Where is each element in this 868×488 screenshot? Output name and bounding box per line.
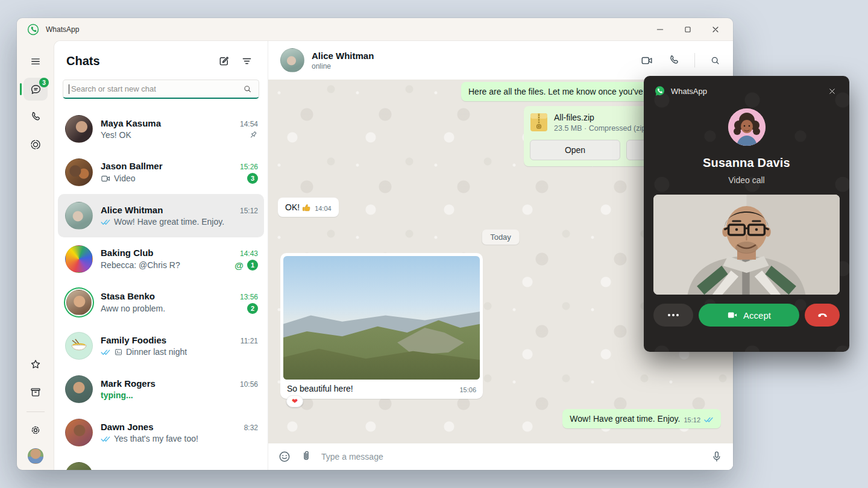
chat-list-item-mark[interactable]: Mark Rogers10:56 typing...	[58, 368, 264, 411]
message-incoming-ok[interactable]: OK! 14:04	[278, 198, 339, 217]
caller-video-preview	[653, 195, 840, 295]
zip-file-icon	[530, 112, 548, 133]
sidebar-item-starred[interactable]	[17, 351, 54, 378]
message-input[interactable]	[321, 452, 702, 461]
chats-unread-badge: 3	[39, 78, 49, 87]
voice-call-button[interactable]	[668, 54, 680, 66]
maximize-icon	[683, 25, 693, 34]
chat-preview: Yes that's my fave too!	[114, 434, 198, 443]
star-icon	[30, 358, 42, 371]
search-input[interactable]	[71, 84, 242, 93]
chat-name: Stasa Benko	[101, 291, 235, 301]
chat-name: Alice Whitman	[101, 205, 235, 215]
accept-call-button[interactable]: Accept	[699, 304, 799, 327]
archive-icon	[30, 386, 42, 398]
chat-list-item-baking-club[interactable]: Baking Club14:43 Rebecca: @Chris R? @1	[58, 237, 264, 281]
new-chat-icon	[218, 55, 230, 67]
chat-time: 14:54	[240, 120, 258, 128]
search-icon	[242, 84, 253, 94]
mic-button[interactable]	[710, 450, 723, 463]
read-ticks-icon	[101, 436, 111, 442]
chat-time: 13:56	[240, 293, 258, 301]
chat-name: Maya Kasuma	[101, 118, 235, 128]
window-title: WhatsApp	[46, 25, 79, 34]
unread-badge: 1	[247, 260, 258, 271]
avatar	[65, 375, 93, 403]
sidebar-item-settings[interactable]	[17, 417, 54, 443]
photo-caption: So beautiful here!	[287, 384, 353, 393]
message-time: 15:12	[684, 416, 700, 424]
rail-divider	[27, 411, 45, 412]
typing-indicator: typing...	[101, 390, 133, 400]
pin-icon	[248, 130, 258, 140]
close-icon	[711, 25, 720, 34]
page-title: Chats	[66, 54, 212, 68]
chat-list-item-dawn[interactable]: Dawn Jones8:32 Yes that's my fave too!	[58, 411, 264, 454]
minimize-button[interactable]	[646, 20, 674, 39]
chat-list-item-stasa[interactable]: Stasa Benko13:56 Aww no problem. 2	[58, 281, 264, 324]
message-text: OK!	[285, 202, 300, 212]
sidebar-item-calls[interactable]	[17, 104, 54, 130]
read-ticks-icon	[101, 349, 111, 355]
emoji-button[interactable]	[278, 450, 291, 463]
status-icon	[30, 139, 42, 151]
read-ticks-icon	[704, 416, 714, 423]
caller-name: Susanna Davis	[644, 156, 849, 170]
chat-preview: Yes! OK	[101, 130, 131, 140]
message-incoming-photo[interactable]: So beautiful here! 15:06 ❤	[280, 253, 483, 399]
settings-icon	[30, 424, 42, 436]
avatar	[65, 115, 93, 143]
chat-preview: Wow! Have great time. Enjoy.	[114, 217, 224, 227]
chat-name: Family Foodies	[101, 335, 236, 345]
avatar-with-status-ring	[66, 290, 92, 315]
contact-avatar[interactable]	[280, 48, 304, 72]
more-options-button[interactable]	[653, 304, 693, 327]
photo-thumbnail[interactable]	[283, 256, 480, 380]
decline-call-button[interactable]	[805, 304, 840, 327]
chat-list-item-jason[interactable]: Jason Ballmer15:26 Video 3	[58, 151, 264, 194]
menu-icon	[30, 55, 42, 67]
sidebar-item-chats[interactable]: 3	[17, 76, 54, 102]
chat-time: 8:32	[244, 424, 258, 432]
text-caret	[69, 84, 69, 94]
conversation-header: Alice Whitman online	[268, 41, 733, 80]
filter-icon	[241, 55, 253, 67]
chat-time: 14:43	[240, 249, 258, 258]
search-conversation-button[interactable]	[709, 55, 721, 66]
attach-button[interactable]	[300, 450, 313, 463]
photo-message-icon	[114, 348, 123, 357]
maximize-button[interactable]	[674, 20, 702, 39]
chat-list-item-family-foodies[interactable]: Family Foodies11:21 Dinner last night	[58, 324, 264, 368]
filter-chats-button[interactable]	[235, 50, 258, 72]
dismiss-call-popup-button[interactable]	[824, 83, 840, 99]
sidebar-item-status[interactable]	[17, 131, 54, 158]
date-divider: Today	[482, 230, 520, 245]
message-outgoing-wow[interactable]: Wow! Have great time. Enjoy. 15:12	[562, 409, 721, 428]
thumbs-up-emoji	[302, 203, 311, 212]
chat-preview: Aww no problem.	[101, 304, 165, 313]
new-chat-button[interactable]	[212, 50, 235, 72]
profile-avatar[interactable]	[28, 448, 43, 464]
chat-list-item-alice[interactable]: Alice Whitman15:12 Wow! Have great time.…	[58, 194, 264, 237]
contact-status: online	[312, 62, 374, 70]
caller-avatar	[728, 108, 766, 146]
message-text: Here are all the files. Let me know once…	[468, 87, 655, 96]
chat-list-item-ziggy[interactable]: Ziggy Woodley8:12	[58, 454, 264, 470]
menu-button[interactable]	[17, 48, 54, 75]
chat-time: 10:56	[240, 380, 258, 389]
search-box[interactable]	[63, 80, 259, 99]
chat-list-item-maya[interactable]: Maya Kasuma14:54 Yes! OK	[58, 107, 264, 151]
video-camera-icon	[727, 310, 738, 321]
titlebar: WhatsApp	[17, 18, 733, 41]
video-call-button[interactable]	[641, 54, 653, 67]
calls-icon	[30, 111, 42, 123]
avatar	[65, 332, 93, 360]
sidebar-item-archived[interactable]	[17, 379, 54, 405]
close-button[interactable]	[702, 20, 729, 39]
heart-reaction[interactable]: ❤	[286, 395, 303, 407]
avatar	[65, 202, 93, 230]
unread-badge: 2	[247, 303, 258, 314]
open-file-button[interactable]: Open	[530, 140, 620, 160]
mention-icon: @	[234, 260, 244, 271]
accept-label: Accept	[743, 310, 771, 321]
